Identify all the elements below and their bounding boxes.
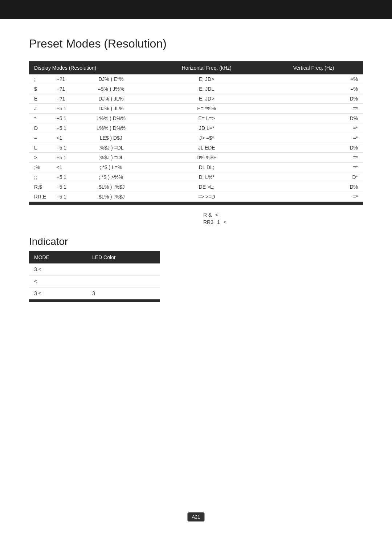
table-row: $+?1=$% ) J%%E; JDL=% bbox=[29, 84, 363, 94]
preset-row-resolution: L%% ) D%% bbox=[73, 123, 149, 133]
table-row: *+5 1L%% ) D%%E= L=>D% bbox=[29, 114, 363, 123]
preset-modes-title: Preset Modes (Resolution) bbox=[29, 37, 363, 50]
indicator-row: 3 <3 bbox=[29, 287, 160, 299]
preset-row-resolution: ;%$J ) =DL bbox=[73, 143, 149, 153]
preset-row-vertical: =% bbox=[264, 74, 363, 84]
table-row: >+5 1;%$J ) =DLD% %$E=* bbox=[29, 153, 363, 163]
indicator-row-mode: 3 < bbox=[29, 287, 87, 299]
table-row: RR;E+5 1;$L% ) ;%$J=> >=D=* bbox=[29, 192, 363, 202]
preset-row-freq-label: +5 1 bbox=[51, 143, 73, 153]
note1-col1: R & bbox=[203, 212, 212, 218]
preset-row-resolution: ;$L% ) ;%$J bbox=[73, 192, 149, 202]
preset-row-resolution: LE$ ) D$J bbox=[73, 133, 149, 143]
note1-col2: < bbox=[215, 212, 218, 218]
preset-row-num: * bbox=[29, 114, 51, 123]
preset-row-horizontal: DE >L; bbox=[149, 182, 264, 192]
preset-row-resolution: ;%$J ) =DL bbox=[73, 153, 149, 163]
preset-row-num: L bbox=[29, 143, 51, 153]
indicator-row-mode: 3 < bbox=[29, 263, 87, 275]
preset-row-freq-label: +5 1 bbox=[51, 172, 73, 182]
preset-row-horizontal: => >=D bbox=[149, 192, 264, 202]
preset-row-freq-label: +5 1 bbox=[51, 114, 73, 123]
preset-row-num: J bbox=[29, 104, 51, 114]
preset-modes-table: Display Modes (Resolution) Horizontal Fr… bbox=[29, 61, 363, 205]
note2-col1: RR3 bbox=[203, 219, 213, 225]
preset-row-horizontal: JD L=* bbox=[149, 123, 264, 133]
preset-row-freq-label: <1 bbox=[51, 133, 73, 143]
table-row: D+5 1L%% ) D%%JD L=*=* bbox=[29, 123, 363, 133]
table-row: J+5 1DJ% ) JL%E= *%%=* bbox=[29, 104, 363, 114]
preset-notes: R & < RR3 1 < bbox=[29, 212, 363, 225]
preset-row-horizontal: E; JD> bbox=[149, 74, 264, 84]
preset-row-horizontal: E= L=> bbox=[149, 114, 264, 123]
preset-row-num: R;$ bbox=[29, 182, 51, 192]
table-row: =<1LE$ ) D$JJ> =$*=* bbox=[29, 133, 363, 143]
col-header-display: Display Modes (Resolution) bbox=[29, 61, 149, 74]
col-header-vertical: Vertical Freq. (Hz) bbox=[264, 61, 363, 74]
preset-row-freq-label: +5 1 bbox=[51, 123, 73, 133]
table-row: R;$+5 1;$L% ) ;%$JDE >L;D% bbox=[29, 182, 363, 192]
page-content: Preset Modes (Resolution) Display Modes … bbox=[0, 19, 392, 324]
preset-row-resolution: L%% ) D%% bbox=[73, 114, 149, 123]
preset-row-num: D bbox=[29, 123, 51, 133]
table-row: E+?1DJ% ) JL%E; JD>D% bbox=[29, 94, 363, 104]
preset-row-horizontal: E; JD> bbox=[149, 94, 264, 104]
preset-row-num: E bbox=[29, 94, 51, 104]
note-line-2: RR3 1 < bbox=[36, 219, 363, 225]
preset-row-num: ;; bbox=[29, 172, 51, 182]
preset-row-resolution: ;$L% ) ;%$J bbox=[73, 182, 149, 192]
preset-row-resolution: =$% ) J%% bbox=[73, 84, 149, 94]
note2-col3: < bbox=[224, 219, 226, 225]
preset-row-horizontal: E; JDL bbox=[149, 84, 264, 94]
preset-row-vertical: D% bbox=[264, 114, 363, 123]
preset-row-horizontal: E= *%% bbox=[149, 104, 264, 114]
indicator-title: Indicator bbox=[29, 236, 363, 247]
preset-row-vertical: D% bbox=[264, 143, 363, 153]
indicator-row-led: 3 bbox=[87, 287, 160, 299]
top-bar bbox=[0, 0, 392, 19]
preset-row-vertical: D% bbox=[264, 182, 363, 192]
preset-row-num: > bbox=[29, 153, 51, 163]
indicator-row: < bbox=[29, 275, 160, 287]
preset-row-resolution: DJ% ) E*% bbox=[73, 74, 149, 84]
preset-row-freq-label: +?1 bbox=[51, 84, 73, 94]
preset-row-vertical: =* bbox=[264, 192, 363, 202]
preset-row-resolution: ;;*$ ) >%% bbox=[73, 172, 149, 182]
preset-row-freq-label: +5 1 bbox=[51, 182, 73, 192]
preset-row-freq-label: +5 1 bbox=[51, 104, 73, 114]
table-row: ;;+5 1;;*$ ) >%%D; L%*D* bbox=[29, 172, 363, 182]
col-header-horizontal: Horizontal Freq. (kHz) bbox=[149, 61, 264, 74]
indicator-row-led bbox=[87, 275, 160, 287]
preset-row-vertical: =* bbox=[264, 153, 363, 163]
preset-row-vertical: D% bbox=[264, 94, 363, 104]
preset-row-horizontal: DL DL; bbox=[149, 163, 264, 172]
indicator-row-mode: < bbox=[29, 275, 87, 287]
preset-row-vertical: =* bbox=[264, 104, 363, 114]
preset-row-resolution: DJ% ) JL% bbox=[73, 94, 149, 104]
preset-row-vertical: =* bbox=[264, 163, 363, 172]
preset-row-horizontal: D; L%* bbox=[149, 172, 264, 182]
indicator-row: 3 < bbox=[29, 263, 160, 275]
table-row: ;%<1;;*$ ) L=%DL DL;=* bbox=[29, 163, 363, 172]
preset-row-resolution: ;;*$ ) L=% bbox=[73, 163, 149, 172]
preset-row-resolution: DJ% ) JL% bbox=[73, 104, 149, 114]
indicator-col-mode: MODE bbox=[29, 251, 87, 263]
preset-row-freq-label: <1 bbox=[51, 163, 73, 172]
preset-row-freq-label: +5 1 bbox=[51, 153, 73, 163]
preset-row-num: ;% bbox=[29, 163, 51, 172]
indicator-table: MODE LED Color 3 <<3 <3 bbox=[29, 251, 160, 302]
indicator-col-led: LED Color bbox=[87, 251, 160, 263]
preset-row-horizontal: D% %$E bbox=[149, 153, 264, 163]
preset-row-horizontal: J> =$* bbox=[149, 133, 264, 143]
indicator-table-footer bbox=[29, 299, 160, 302]
indicator-row-led bbox=[87, 263, 160, 275]
preset-table-footer bbox=[29, 202, 363, 205]
page-badge: A21 bbox=[187, 512, 204, 521]
note2-col2: 1 bbox=[217, 219, 220, 225]
preset-row-num: ; bbox=[29, 74, 51, 84]
preset-row-horizontal: JL EDE bbox=[149, 143, 264, 153]
preset-row-vertical: =* bbox=[264, 133, 363, 143]
table-row: ;+?1DJ% ) E*%E; JD>=% bbox=[29, 74, 363, 84]
preset-row-freq-label: +?1 bbox=[51, 94, 73, 104]
preset-row-num: = bbox=[29, 133, 51, 143]
